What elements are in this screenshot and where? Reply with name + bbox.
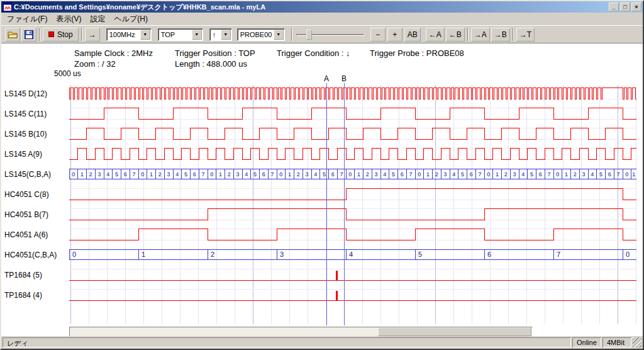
- horizontal-scrollbar[interactable]: [69, 327, 533, 337]
- bus-cell: [415, 249, 484, 259]
- channel-label: LS145(C,B,A): [4, 169, 67, 179]
- titlebar[interactable]: C:¥Documents and Settings¥noname¥デスクトップ¥…: [1, 1, 643, 13]
- goto-trigger-button[interactable]: →T: [516, 28, 535, 42]
- set-marker-a-button[interactable]: →A: [471, 28, 490, 42]
- chevron-down-icon[interactable]: ▼: [192, 30, 202, 40]
- bus-value: 4: [452, 171, 455, 178]
- bus-value: 2: [366, 171, 369, 178]
- set-marker-b-button[interactable]: →B: [491, 28, 510, 42]
- channel-label: HC4051 B(7): [4, 210, 67, 220]
- zoom-in-button[interactable]: +: [387, 28, 402, 42]
- statusbar: レディ Online 4MBit: [1, 336, 643, 349]
- waveform-trace: [69, 128, 636, 139]
- goto-marker-b-button[interactable]: ←B: [446, 28, 465, 42]
- waveform-plot[interactable]: 0123456701234567012345670123456701234567…: [69, 75, 636, 327]
- bus-value: 6: [331, 171, 335, 178]
- toolbar: Stop → 100MHz ▼ TOP ▼ ↑ ▼ PROBE00 ▼ − + …: [1, 25, 643, 43]
- bus-value: 5: [418, 251, 422, 258]
- trigger-probe-info: Trigger Probe : PROBE08: [370, 48, 464, 58]
- chevron-down-icon[interactable]: ▼: [140, 30, 150, 40]
- bus-value: 5: [392, 171, 395, 178]
- run-button[interactable]: →: [85, 28, 100, 42]
- status-online: Online: [572, 337, 601, 347]
- channel-label: TP1684 (5): [4, 270, 67, 280]
- menu-file[interactable]: ファイル(F): [3, 13, 52, 26]
- trigger-condition-info: Trigger Condition : ↓: [277, 48, 350, 58]
- bus-value: 0: [625, 171, 628, 178]
- open-folder-icon: [8, 30, 18, 38]
- maximize-button[interactable]: □: [620, 3, 630, 11]
- bus-value: 4: [245, 171, 248, 178]
- open-button[interactable]: [5, 28, 20, 42]
- menu-view[interactable]: 表示(V): [52, 13, 86, 26]
- scrollbar-thumb[interactable]: [378, 327, 531, 336]
- channel-label: LS145 B(10): [4, 129, 67, 139]
- bus-value: 2: [504, 171, 508, 178]
- trigger-position-select[interactable]: TOP ▼: [158, 28, 203, 41]
- ab-button[interactable]: AB: [404, 28, 421, 42]
- bus-value: 3: [513, 171, 516, 178]
- bus-value: 5: [323, 171, 326, 178]
- channel-label: LS145 C(11): [4, 109, 67, 119]
- channel-label: HC4051 A(6): [4, 230, 67, 240]
- bus-value: 4: [349, 251, 353, 258]
- status-ready: レディ: [3, 337, 571, 347]
- stop-button[interactable]: Stop: [43, 28, 79, 42]
- bus-value: 1: [357, 171, 360, 178]
- menu-help[interactable]: ヘルプ(H): [109, 13, 152, 26]
- bus-value: 2: [211, 251, 214, 258]
- marker-label: A: [324, 75, 329, 83]
- bus-value: 7: [479, 171, 482, 178]
- bus-value: 7: [617, 171, 620, 178]
- bus-value: 6: [401, 171, 404, 178]
- bus-value: 3: [444, 171, 447, 178]
- sample-clock-info: Sample Clock : 2MHz: [74, 48, 153, 58]
- stop-button-label: Stop: [57, 30, 73, 39]
- slider-thumb[interactable]: [306, 30, 312, 40]
- minimize-button[interactable]: _: [609, 3, 619, 11]
- bus-value: 7: [557, 251, 560, 258]
- close-button[interactable]: ×: [631, 3, 641, 11]
- sample-clock-select[interactable]: 100MHz ▼: [106, 28, 152, 41]
- length-info: Length : 488.000 us: [175, 59, 247, 69]
- bus-cell: [553, 249, 623, 259]
- trigger-edge-select[interactable]: ↑ ▼: [209, 28, 232, 41]
- bus-value: 4: [314, 171, 317, 178]
- bus-value: 3: [98, 171, 101, 178]
- bus-value: 1: [496, 171, 499, 178]
- bus-value: 3: [280, 251, 284, 258]
- bus-value: 1: [150, 171, 153, 178]
- bus-value: 5: [115, 171, 118, 178]
- waveform-trace: [69, 208, 636, 220]
- toolbar-separator: [513, 28, 514, 41]
- bus-value: 7: [202, 171, 205, 178]
- bus-value: 1: [219, 171, 222, 178]
- chevron-down-icon[interactable]: ▼: [274, 30, 284, 40]
- bus-value: 5: [253, 171, 257, 178]
- stop-icon: [48, 31, 54, 37]
- bus-value: 6: [539, 171, 542, 178]
- bus-value: 1: [80, 171, 84, 178]
- zoom-slider[interactable]: [295, 28, 365, 41]
- menu-settings[interactable]: 設定: [86, 13, 109, 26]
- bus-value: 6: [124, 171, 127, 178]
- marker-label: B: [341, 75, 347, 83]
- bus-value: 3: [236, 171, 240, 178]
- resize-grip[interactable]: [633, 337, 641, 347]
- chevron-down-icon[interactable]: ▼: [221, 30, 231, 40]
- app-icon: [3, 3, 12, 11]
- save-button[interactable]: [21, 28, 36, 42]
- channel-label: HC4051 C(8): [4, 189, 67, 200]
- probe-select[interactable]: PROBE00 ▼: [237, 28, 285, 41]
- bus-value: 5: [461, 171, 464, 178]
- bus-value: 7: [548, 171, 551, 178]
- toolbar-separator: [291, 28, 292, 41]
- bus-value: 2: [89, 171, 92, 178]
- goto-marker-a-button[interactable]: ←A: [426, 28, 445, 42]
- bus-value: 6: [470, 171, 473, 178]
- zoom-out-button[interactable]: −: [370, 28, 386, 42]
- bus-value: 0: [418, 171, 421, 178]
- channel-label: TP1684 (4): [4, 290, 67, 300]
- bus-value: 5: [599, 171, 602, 178]
- bus-value: 2: [297, 171, 300, 178]
